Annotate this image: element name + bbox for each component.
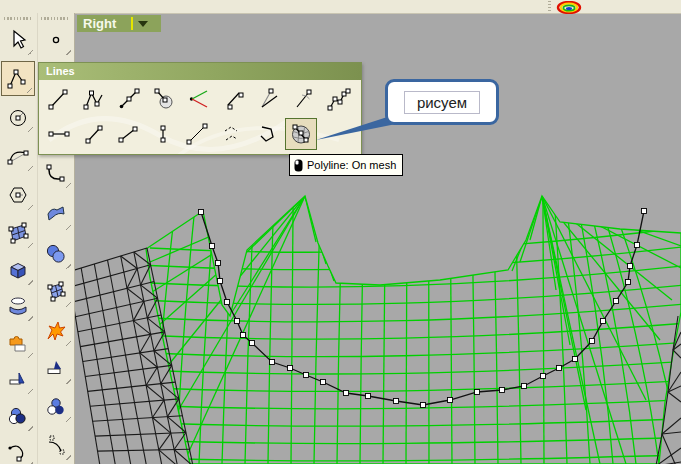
tool-button-surface-blend[interactable] [39,197,73,232]
box-solid-icon [6,258,30,282]
line-diag-long-icon [185,122,209,146]
lines-tool-line-sphere[interactable] [148,83,180,115]
tool-button-flag-direction[interactable] [1,361,35,396]
tool-button-select-arrow[interactable] [1,22,35,57]
tooltip-polyline-on-mesh: Polyline: On mesh [289,154,403,176]
lines-tool-line-bisector[interactable] [183,83,215,115]
tool-button-cylinder-surface[interactable] [1,288,35,323]
curve-handle-icon [6,440,30,464]
polyline-dashed-icon [220,122,244,146]
tool-button-curve-handle[interactable] [1,434,35,464]
toolbar-grip[interactable] [41,17,69,20]
callout-bubble: рисуем [385,79,499,125]
arc-rebuild-icon [44,433,68,457]
tool-button-fillet-corner[interactable] [39,155,73,190]
polyline-angle-icon [82,87,106,111]
polyline-draw-icon [6,67,30,91]
tool-button-box-solid[interactable] [1,252,35,287]
tool-button-circles-layers[interactable] [1,398,35,433]
line-diag-b-icon [116,122,140,146]
top-toolbar-strip [0,0,681,14]
analysis-rainbow-icon[interactable] [553,0,586,13]
circle-center-icon [6,105,30,129]
tool-button-point-tool[interactable] [39,22,73,57]
surface-grid-icon [6,221,30,245]
circles-overlap-icon [44,395,68,419]
fillet-corner-icon [44,161,68,185]
flyout-mark [66,341,71,346]
lines-tool-line-midpoint[interactable] [113,83,145,115]
tool-button-explode-burst[interactable] [39,313,73,348]
flyout-mark [66,183,71,188]
lines-tool-line-2pt[interactable] [43,83,75,115]
arc-3pt-icon [6,144,30,168]
lines-tool-polyline-multi[interactable] [323,83,355,115]
flyout-mark [28,166,33,171]
line-midpoint-icon [117,87,141,111]
lines-tool-polygon-open[interactable] [250,118,282,150]
line-2pt-icon [47,87,71,111]
viewport-tab-right[interactable]: Right [77,15,161,32]
polyline-multi-icon [327,87,351,111]
flyout-mark [66,455,71,460]
tool-button-polygon-hex[interactable] [1,177,35,212]
lines-tool-line-horizontal[interactable] [43,118,75,150]
line-horizontal-icon [47,122,71,146]
polygon-open-icon [254,122,278,146]
line-sphere-icon [152,87,176,111]
flyout-mark [66,50,71,55]
tool-button-polyline-draw[interactable] [1,61,35,96]
viewport-tab-label: Right [77,16,129,31]
tooltip-text: Polyline: On mesh [307,159,396,171]
tool-button-surface-skew[interactable] [39,274,73,309]
lines-tool-line-offset[interactable] [218,83,250,115]
lines-tool-line-diag-b[interactable] [112,118,144,150]
flyout-mark [66,302,71,307]
lines-tool-line-diag-a[interactable] [78,118,110,150]
flyout-mark [66,264,71,269]
flyout-mark [28,280,33,285]
flyout-mark [27,88,32,93]
tool-button-puzzle-plugin[interactable] [1,325,35,360]
tool-button-circles-overlap[interactable] [39,389,73,424]
line-diag-a-icon [82,122,106,146]
chevron-down-icon[interactable] [138,21,148,27]
flyout-mark [28,50,33,55]
lines-tool-line-angle-arc[interactable] [288,83,320,115]
lines-toolbar-palette[interactable]: Lines [38,62,362,155]
select-arrow-icon [6,28,30,52]
flag-direction-icon [6,367,30,391]
line-vertical-icon [151,122,175,146]
tool-button-circle-center[interactable] [1,99,35,134]
flyout-mark [28,426,33,431]
polyline-on-mesh-icon [289,122,313,146]
line-offset-icon [222,87,246,111]
point-tool-icon [44,28,68,52]
callout-text: рисуем [404,91,480,114]
lines-tool-polyline-angle[interactable] [78,83,110,115]
lines-tool-polyline-on-mesh[interactable] [285,118,317,150]
lines-tool-line-diag-long[interactable] [181,118,213,150]
toolbar-grip[interactable] [548,1,551,12]
tool-button-surface-grid[interactable] [1,215,35,250]
tool-button-trim-wedge[interactable] [39,351,73,386]
flyout-mark [28,389,33,394]
toolbar-grip[interactable] [4,17,32,20]
lines-tool-line-angle-fan[interactable] [253,83,285,115]
spheres-two-icon [44,242,68,266]
flyout-mark [28,205,33,210]
mouse-icon [294,159,303,172]
flyout-mark [66,417,71,422]
explode-burst-icon [44,319,68,343]
tool-button-arc-rebuild[interactable] [39,427,73,462]
tool-button-arc-3pt[interactable] [1,138,35,173]
lines-tool-line-vertical[interactable] [147,118,179,150]
flyout-mark [28,127,33,132]
polygon-hex-icon [6,183,30,207]
tool-button-spheres-two[interactable] [39,236,73,271]
lines-palette-title[interactable]: Lines [39,63,361,80]
puzzle-plugin-icon [6,331,30,355]
tab-separator [131,17,133,30]
lines-tool-polyline-dashed[interactable] [216,118,248,150]
line-bisector-icon [187,87,211,111]
